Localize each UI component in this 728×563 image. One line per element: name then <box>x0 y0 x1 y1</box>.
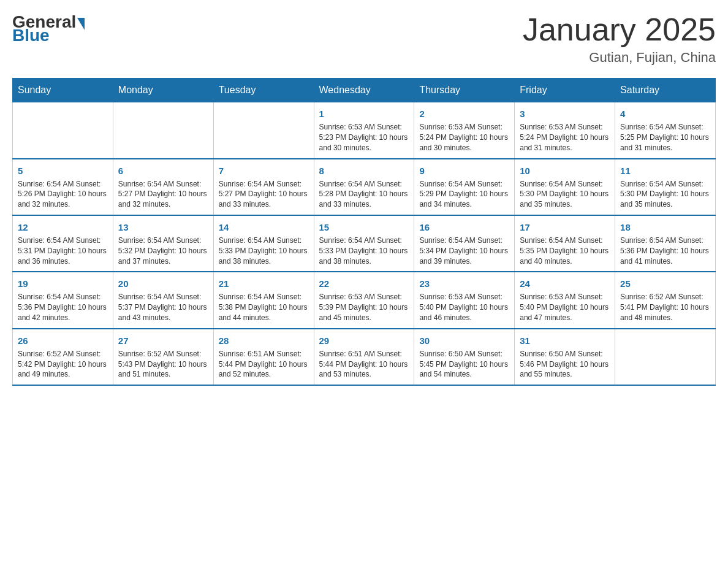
day-cell: 28Sunrise: 6:51 AM Sunset: 5:44 PM Dayli… <box>213 329 314 385</box>
day-number: 23 <box>419 277 509 290</box>
day-number: 21 <box>219 277 309 290</box>
day-info: Sunrise: 6:54 AM Sunset: 5:38 PM Dayligh… <box>219 292 309 323</box>
day-number: 27 <box>118 334 208 347</box>
day-cell: 29Sunrise: 6:51 AM Sunset: 5:44 PM Dayli… <box>314 329 414 385</box>
day-cell: 27Sunrise: 6:52 AM Sunset: 5:43 PM Dayli… <box>113 329 213 385</box>
day-info: Sunrise: 6:54 AM Sunset: 5:36 PM Dayligh… <box>620 236 710 266</box>
day-cell: 15Sunrise: 6:54 AM Sunset: 5:33 PM Dayli… <box>314 215 414 272</box>
day-number: 7 <box>219 164 309 177</box>
day-cell: 19Sunrise: 6:54 AM Sunset: 5:36 PM Dayli… <box>13 272 113 328</box>
day-number: 16 <box>419 221 509 234</box>
day-number: 4 <box>620 107 710 120</box>
day-number: 5 <box>18 164 108 177</box>
day-number: 12 <box>18 221 108 234</box>
day-cell: 1Sunrise: 6:53 AM Sunset: 5:23 PM Daylig… <box>314 102 414 159</box>
week-row-5: 26Sunrise: 6:52 AM Sunset: 5:42 PM Dayli… <box>13 329 716 385</box>
day-info: Sunrise: 6:54 AM Sunset: 5:33 PM Dayligh… <box>319 236 409 266</box>
day-cell: 20Sunrise: 6:54 AM Sunset: 5:37 PM Dayli… <box>113 272 213 328</box>
day-number: 30 <box>419 334 509 347</box>
day-info: Sunrise: 6:54 AM Sunset: 5:31 PM Dayligh… <box>18 236 108 266</box>
day-number: 9 <box>419 164 509 177</box>
day-cell: 24Sunrise: 6:53 AM Sunset: 5:40 PM Dayli… <box>515 272 615 328</box>
day-number: 25 <box>620 277 710 290</box>
day-number: 8 <box>319 164 409 177</box>
day-cell: 18Sunrise: 6:54 AM Sunset: 5:36 PM Dayli… <box>615 215 716 272</box>
day-cell: 5Sunrise: 6:54 AM Sunset: 5:26 PM Daylig… <box>13 159 113 215</box>
day-info: Sunrise: 6:53 AM Sunset: 5:24 PM Dayligh… <box>520 122 610 153</box>
day-cell: 12Sunrise: 6:54 AM Sunset: 5:31 PM Dayli… <box>13 215 113 272</box>
day-cell: 26Sunrise: 6:52 AM Sunset: 5:42 PM Dayli… <box>13 329 113 385</box>
day-info: Sunrise: 6:54 AM Sunset: 5:28 PM Dayligh… <box>319 179 409 210</box>
day-cell: 3Sunrise: 6:53 AM Sunset: 5:24 PM Daylig… <box>515 102 615 159</box>
day-info: Sunrise: 6:51 AM Sunset: 5:44 PM Dayligh… <box>219 349 309 380</box>
day-cell: 2Sunrise: 6:53 AM Sunset: 5:24 PM Daylig… <box>414 102 515 159</box>
day-info: Sunrise: 6:53 AM Sunset: 5:40 PM Dayligh… <box>520 292 610 323</box>
day-number: 19 <box>18 277 108 290</box>
day-info: Sunrise: 6:54 AM Sunset: 5:32 PM Dayligh… <box>118 236 208 266</box>
day-cell <box>213 102 314 159</box>
weekday-header-monday: Monday <box>113 79 213 102</box>
day-number: 11 <box>620 164 710 177</box>
day-cell: 13Sunrise: 6:54 AM Sunset: 5:32 PM Dayli… <box>113 215 213 272</box>
logo: General Blue <box>12 12 86 45</box>
day-info: Sunrise: 6:53 AM Sunset: 5:39 PM Dayligh… <box>319 292 409 323</box>
day-info: Sunrise: 6:51 AM Sunset: 5:44 PM Dayligh… <box>319 349 409 380</box>
logo-blue-text: Blue <box>12 26 50 45</box>
day-cell: 21Sunrise: 6:54 AM Sunset: 5:38 PM Dayli… <box>213 272 314 328</box>
day-number: 6 <box>118 164 208 177</box>
day-number: 10 <box>520 164 610 177</box>
day-cell <box>113 102 213 159</box>
page-header: General Blue January 2025 Gutian, Fujian… <box>12 12 716 66</box>
day-info: Sunrise: 6:54 AM Sunset: 5:29 PM Dayligh… <box>419 179 509 210</box>
day-cell: 11Sunrise: 6:54 AM Sunset: 5:30 PM Dayli… <box>615 159 716 215</box>
day-info: Sunrise: 6:54 AM Sunset: 5:26 PM Dayligh… <box>18 179 108 210</box>
day-number: 17 <box>520 221 610 234</box>
day-info: Sunrise: 6:52 AM Sunset: 5:41 PM Dayligh… <box>620 292 710 323</box>
day-info: Sunrise: 6:54 AM Sunset: 5:30 PM Dayligh… <box>520 179 610 210</box>
day-cell: 30Sunrise: 6:50 AM Sunset: 5:45 PM Dayli… <box>414 329 515 385</box>
location-title: Gutian, Fujian, China <box>523 50 716 66</box>
month-title: January 2025 <box>523 12 716 47</box>
day-number: 29 <box>319 334 409 347</box>
day-info: Sunrise: 6:53 AM Sunset: 5:40 PM Dayligh… <box>419 292 509 323</box>
day-cell <box>615 329 716 385</box>
day-cell: 17Sunrise: 6:54 AM Sunset: 5:35 PM Dayli… <box>515 215 615 272</box>
day-cell: 9Sunrise: 6:54 AM Sunset: 5:29 PM Daylig… <box>414 159 515 215</box>
calendar-table: SundayMondayTuesdayWednesdayThursdayFrid… <box>12 78 716 386</box>
day-number: 3 <box>520 107 610 120</box>
day-number: 18 <box>620 221 710 234</box>
day-cell: 22Sunrise: 6:53 AM Sunset: 5:39 PM Dayli… <box>314 272 414 328</box>
title-section: January 2025 Gutian, Fujian, China <box>523 12 716 66</box>
week-row-2: 5Sunrise: 6:54 AM Sunset: 5:26 PM Daylig… <box>13 159 716 215</box>
day-info: Sunrise: 6:53 AM Sunset: 5:23 PM Dayligh… <box>319 122 409 153</box>
weekday-header-saturday: Saturday <box>615 79 716 102</box>
weekday-header-row: SundayMondayTuesdayWednesdayThursdayFrid… <box>13 79 716 102</box>
day-info: Sunrise: 6:54 AM Sunset: 5:36 PM Dayligh… <box>18 292 108 323</box>
weekday-header-thursday: Thursday <box>414 79 515 102</box>
weekday-header-tuesday: Tuesday <box>213 79 314 102</box>
day-number: 24 <box>520 277 610 290</box>
day-info: Sunrise: 6:54 AM Sunset: 5:30 PM Dayligh… <box>620 179 710 210</box>
day-cell: 31Sunrise: 6:50 AM Sunset: 5:46 PM Dayli… <box>515 329 615 385</box>
day-number: 14 <box>219 221 309 234</box>
day-info: Sunrise: 6:54 AM Sunset: 5:34 PM Dayligh… <box>419 236 509 266</box>
day-cell: 16Sunrise: 6:54 AM Sunset: 5:34 PM Dayli… <box>414 215 515 272</box>
logo-triangle-icon <box>77 18 85 30</box>
day-cell: 7Sunrise: 6:54 AM Sunset: 5:27 PM Daylig… <box>213 159 314 215</box>
day-info: Sunrise: 6:54 AM Sunset: 5:35 PM Dayligh… <box>520 236 610 266</box>
day-info: Sunrise: 6:54 AM Sunset: 5:25 PM Dayligh… <box>620 122 710 153</box>
day-cell: 10Sunrise: 6:54 AM Sunset: 5:30 PM Dayli… <box>515 159 615 215</box>
day-info: Sunrise: 6:50 AM Sunset: 5:46 PM Dayligh… <box>520 349 610 380</box>
day-number: 31 <box>520 334 610 347</box>
day-number: 15 <box>319 221 409 234</box>
day-info: Sunrise: 6:52 AM Sunset: 5:43 PM Dayligh… <box>118 349 208 380</box>
day-info: Sunrise: 6:54 AM Sunset: 5:33 PM Dayligh… <box>219 236 309 266</box>
week-row-4: 19Sunrise: 6:54 AM Sunset: 5:36 PM Dayli… <box>13 272 716 328</box>
day-info: Sunrise: 6:54 AM Sunset: 5:27 PM Dayligh… <box>219 179 309 210</box>
day-number: 22 <box>319 277 409 290</box>
day-number: 28 <box>219 334 309 347</box>
day-cell: 4Sunrise: 6:54 AM Sunset: 5:25 PM Daylig… <box>615 102 716 159</box>
weekday-header-friday: Friday <box>515 79 615 102</box>
weekday-header-sunday: Sunday <box>13 79 113 102</box>
day-cell: 25Sunrise: 6:52 AM Sunset: 5:41 PM Dayli… <box>615 272 716 328</box>
